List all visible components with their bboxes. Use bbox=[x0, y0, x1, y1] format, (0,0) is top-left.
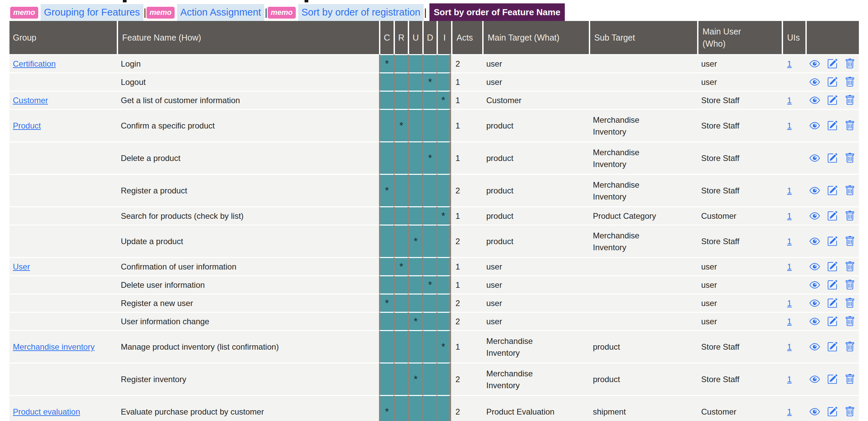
main-target: user bbox=[482, 312, 589, 330]
header-actions bbox=[805, 21, 859, 54]
main-target: product bbox=[482, 225, 589, 257]
uis-cell: 1 bbox=[782, 257, 805, 275]
trash-icon[interactable] bbox=[845, 261, 855, 272]
eye-icon[interactable] bbox=[809, 59, 820, 69]
pencil-square-icon[interactable] bbox=[827, 77, 838, 87]
group-link[interactable]: Certification bbox=[13, 59, 56, 68]
pencil-square-icon[interactable] bbox=[827, 211, 838, 221]
sub-target: Merchandise Inventory bbox=[589, 174, 697, 206]
uis-count-link[interactable]: 1 bbox=[787, 375, 792, 384]
table-row: Delete user information * 1 user user bbox=[9, 275, 859, 294]
eye-icon[interactable] bbox=[809, 236, 820, 247]
feature-name: Register inventory bbox=[117, 362, 379, 395]
trash-icon[interactable] bbox=[845, 120, 855, 131]
uis-count-link[interactable]: 1 bbox=[787, 237, 792, 246]
uis-count-link[interactable]: 1 bbox=[787, 96, 792, 105]
eye-icon[interactable] bbox=[809, 185, 820, 196]
uis-cell: 1 bbox=[782, 312, 805, 330]
eye-icon[interactable] bbox=[809, 374, 820, 384]
pencil-square-icon[interactable] bbox=[827, 342, 838, 352]
uis-count-link[interactable]: 1 bbox=[787, 186, 792, 195]
pencil-square-icon[interactable] bbox=[827, 374, 838, 384]
group-cell bbox=[9, 294, 117, 312]
eye-icon[interactable] bbox=[809, 211, 820, 221]
pencil-square-icon[interactable] bbox=[827, 59, 838, 69]
eye-icon[interactable] bbox=[809, 280, 820, 290]
pencil-square-icon[interactable] bbox=[827, 95, 838, 106]
uis-cell: 1 bbox=[782, 91, 805, 109]
uis-count-link[interactable]: 1 bbox=[787, 211, 792, 220]
features-table: Group Feature Name (How) C R U D I Acts … bbox=[9, 21, 859, 421]
group-link[interactable]: Merchandise inventory bbox=[13, 342, 94, 351]
table-header-row: Group Feature Name (How) C R U D I Acts … bbox=[9, 21, 859, 54]
uis-count-link[interactable]: 1 bbox=[787, 342, 792, 351]
separator: | bbox=[144, 7, 147, 18]
pencil-square-icon[interactable] bbox=[827, 153, 838, 163]
header-r: R bbox=[394, 21, 408, 54]
pencil-square-icon[interactable] bbox=[827, 406, 838, 417]
eye-icon[interactable] bbox=[809, 77, 820, 87]
trash-icon[interactable] bbox=[845, 59, 855, 69]
memo-badge[interactable]: memo bbox=[268, 7, 296, 19]
group-link[interactable]: Product evaluation bbox=[13, 407, 80, 416]
table-row: Merchandise inventory Manage product inv… bbox=[9, 330, 859, 362]
trash-icon[interactable] bbox=[845, 153, 855, 163]
eye-icon[interactable] bbox=[809, 316, 820, 327]
trash-icon[interactable] bbox=[845, 406, 855, 417]
link-action-assignment[interactable]: Action Assignment bbox=[177, 4, 265, 21]
pencil-square-icon[interactable] bbox=[827, 236, 838, 247]
uis-count-link[interactable]: 1 bbox=[787, 121, 792, 130]
memo-badge[interactable]: memo bbox=[10, 7, 38, 19]
trash-icon[interactable] bbox=[845, 236, 855, 247]
pencil-square-icon[interactable] bbox=[827, 298, 838, 308]
group-link[interactable]: Customer bbox=[13, 96, 48, 105]
pencil-square-icon[interactable] bbox=[827, 120, 838, 131]
uis-count-link[interactable]: 1 bbox=[787, 59, 792, 68]
trash-icon[interactable] bbox=[845, 298, 855, 308]
group-link[interactable]: Product bbox=[13, 121, 41, 130]
trash-icon[interactable] bbox=[845, 280, 855, 290]
eye-icon[interactable] bbox=[809, 95, 820, 106]
uis-count-link[interactable]: 1 bbox=[787, 299, 792, 308]
link-grouping-for-features[interactable]: Grouping for Features bbox=[41, 4, 143, 21]
crud-u-cell bbox=[408, 206, 422, 225]
group-link[interactable]: User bbox=[13, 262, 30, 271]
eye-icon[interactable] bbox=[809, 406, 820, 417]
crud-u-cell: * bbox=[408, 312, 422, 330]
table-row: Search for products (check by list) * 1 … bbox=[9, 206, 859, 225]
uis-count-link[interactable]: 1 bbox=[787, 317, 792, 326]
crud-c-cell: * bbox=[379, 54, 394, 72]
trash-icon[interactable] bbox=[845, 316, 855, 327]
eye-icon[interactable] bbox=[809, 153, 820, 163]
link-sort-by-registration[interactable]: Sort by order of registration bbox=[298, 4, 424, 21]
uis-cell: 1 bbox=[782, 54, 805, 72]
eye-icon[interactable] bbox=[809, 342, 820, 352]
trash-icon[interactable] bbox=[845, 77, 855, 87]
trash-icon[interactable] bbox=[845, 211, 855, 221]
eye-icon[interactable] bbox=[809, 298, 820, 308]
uis-count-link[interactable]: 1 bbox=[787, 407, 792, 416]
crud-r-cell bbox=[394, 312, 408, 330]
pencil-square-icon[interactable] bbox=[827, 185, 838, 196]
actions-cell bbox=[805, 72, 859, 91]
trash-icon[interactable] bbox=[845, 342, 855, 352]
eye-icon[interactable] bbox=[809, 261, 820, 272]
main-user: Store Staff bbox=[697, 225, 782, 257]
header-main-user: Main User (Who) bbox=[697, 21, 782, 54]
eye-icon[interactable] bbox=[809, 120, 820, 131]
trash-icon[interactable] bbox=[845, 95, 855, 106]
memo-badge[interactable]: memo bbox=[147, 7, 175, 19]
main-target: product bbox=[482, 109, 589, 141]
uis-count-link[interactable]: 1 bbox=[787, 262, 792, 271]
pencil-square-icon[interactable] bbox=[827, 280, 838, 290]
main-user: user bbox=[697, 257, 782, 275]
pencil-square-icon[interactable] bbox=[827, 261, 838, 272]
trash-icon[interactable] bbox=[845, 185, 855, 196]
crud-i-cell bbox=[437, 362, 451, 395]
group-cell bbox=[9, 275, 117, 294]
main-user: Store Staff bbox=[697, 174, 782, 206]
pencil-square-icon[interactable] bbox=[827, 316, 838, 327]
trash-icon[interactable] bbox=[845, 374, 855, 384]
group-cell: User bbox=[9, 257, 117, 275]
uis-cell: 1 bbox=[782, 206, 805, 225]
